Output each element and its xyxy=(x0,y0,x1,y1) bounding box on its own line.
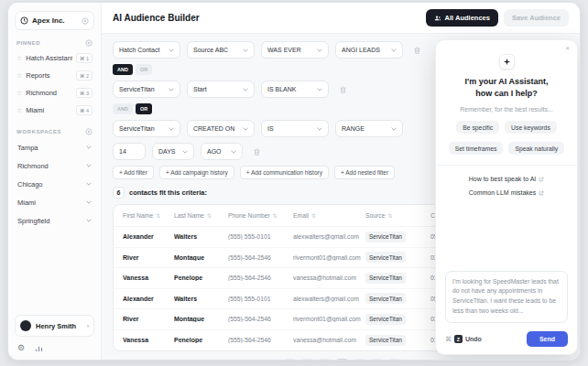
filter-select[interactable]: WAS EVER xyxy=(261,41,329,59)
column-header[interactable]: Phone Number ⇅ xyxy=(228,212,293,219)
shortcut-badge: ⌘ 4 xyxy=(76,105,93,115)
tip-chips-row-1: Be specificUse keywords xyxy=(445,121,568,134)
help-link[interactable]: Common LLM mistakes xyxy=(469,189,545,196)
column-header[interactable]: Last Name ⇅ xyxy=(174,212,228,219)
help-links: How to best speak to AI Common LLM mista… xyxy=(445,176,568,196)
sidebar-workspace-item[interactable]: Springfield xyxy=(15,211,94,230)
cell-last-name: Walters xyxy=(174,296,228,302)
delete-filter-button[interactable] xyxy=(409,43,424,58)
star-icon: ☆ xyxy=(16,107,22,113)
filter-select[interactable]: CREATED ON xyxy=(187,120,255,137)
app-window: Apex Inc. PINNED ☆ Hatch Assistant ⌘ 1 ☆… xyxy=(7,2,581,361)
page-button[interactable]: 3 xyxy=(318,359,332,360)
chevron-right-icon: › xyxy=(87,323,89,329)
sidebar-workspace-item[interactable]: Miami xyxy=(15,193,94,211)
sidebar-workspace-item[interactable]: Chicago xyxy=(15,175,94,193)
source-badge: ServiceTitan xyxy=(365,314,406,325)
circle-plus-icon[interactable] xyxy=(82,17,89,25)
all-audiences-button[interactable]: All Audiences xyxy=(426,9,498,27)
assistant-subtitle: Remember, for the best results... xyxy=(445,106,568,113)
gear-icon[interactable]: ⚙ xyxy=(17,344,25,352)
shortcut-badge: ⌘ 3 xyxy=(76,88,93,98)
sort-icon: ⇅ xyxy=(273,212,278,219)
delete-filter-button[interactable] xyxy=(335,82,350,97)
days-value-input[interactable]: 14 xyxy=(113,143,146,160)
chevron-down-icon xyxy=(231,150,236,154)
cell-phone: (555)-564-2546 xyxy=(228,316,293,322)
sidebar-workspace-item[interactable]: Richmond xyxy=(15,156,94,175)
cell-last-name: Montague xyxy=(174,254,228,261)
close-icon[interactable]: × xyxy=(565,45,570,52)
undo-button[interactable]: ⌘ Z Undo xyxy=(445,335,482,343)
filter-select-value: RANGE xyxy=(342,125,365,132)
cell-phone: (555)-564-2546 xyxy=(228,274,293,281)
undo-label: Undo xyxy=(465,336,482,342)
filter-select[interactable]: ServiceTitan xyxy=(113,81,180,98)
sidebar-pinned-item[interactable]: ☆ Hatch Assistant ⌘ 1 xyxy=(15,49,94,67)
sidebar-pinned-item[interactable]: ☆ Reports ⌘ 2 xyxy=(15,67,94,84)
column-header[interactable]: First Name ⇅ xyxy=(123,212,174,219)
workspaces-section-header: WORKSPACES xyxy=(16,128,93,135)
tip-chip[interactable]: Set timeframes xyxy=(449,142,504,155)
filter-select-value: WAS EVER xyxy=(267,47,301,53)
sort-icon: ⇅ xyxy=(388,212,393,219)
clock-logo-icon xyxy=(20,16,28,25)
page-button[interactable]: 16 xyxy=(387,359,401,360)
filter-select[interactable]: Start xyxy=(187,81,255,98)
tip-chip[interactable]: Use keywords xyxy=(505,121,557,134)
cell-first-name: Vanessa xyxy=(123,337,174,343)
tip-chip[interactable]: Speak naturally xyxy=(508,142,564,155)
add-filter-button[interactable]: + Add nested filter xyxy=(334,166,395,179)
source-badge: ServiceTitan xyxy=(365,293,406,304)
and-toggle[interactable]: AND xyxy=(113,103,133,114)
add-filter-button[interactable]: + Add filter xyxy=(113,166,154,179)
page-button[interactable]: 4 xyxy=(335,359,349,360)
assistant-title-line1: I'm your AI Assistant, xyxy=(445,76,568,88)
or-toggle[interactable]: OR xyxy=(136,64,152,75)
unit-select[interactable]: DAYS xyxy=(152,143,194,160)
add-workspace-icon[interactable] xyxy=(85,128,93,135)
avatar xyxy=(20,320,31,331)
page-button[interactable]: 5 xyxy=(353,359,366,360)
filter-select[interactable]: ANGI LEADS xyxy=(335,41,403,59)
sidebar-pinned-item[interactable]: ☆ Miami ⌘ 4 xyxy=(15,102,94,119)
bar-chart-icon[interactable] xyxy=(35,345,43,352)
or-toggle[interactable]: OR xyxy=(136,103,152,114)
topbar-actions: All Audiences Save Audience xyxy=(426,9,569,27)
assistant-prompt-input[interactable]: I'm looking for SpeedMaster leads that d… xyxy=(445,271,568,324)
column-header[interactable]: Source ⇅ xyxy=(365,212,430,219)
column-header[interactable]: Email ⇅ xyxy=(293,212,365,219)
add-filter-button[interactable]: + Add campaign history xyxy=(159,166,234,179)
filter-select[interactable]: Hatch Contact xyxy=(113,41,180,59)
page-button[interactable]: 1 xyxy=(283,359,297,360)
filter-select[interactable]: Source ABC xyxy=(187,41,255,59)
help-link[interactable]: How to best speak to AI xyxy=(469,176,545,182)
filter-select-value: Hatch Contact xyxy=(119,47,159,53)
filter-select[interactable]: IS xyxy=(261,120,329,137)
page-button[interactable]: … xyxy=(370,359,384,360)
sidebar-workspace-item[interactable]: Tampa xyxy=(15,138,94,156)
sidebar-pinned-item[interactable]: ☆ Richmond ⌘ 3 xyxy=(15,84,94,102)
user-menu[interactable]: Henry Smith › xyxy=(15,315,94,337)
ai-assistant-panel: × I'm your AI Assistant, how can I help?… xyxy=(435,39,578,355)
filter-select[interactable]: ServiceTitan xyxy=(113,120,180,137)
save-audience-button[interactable]: Save Audience xyxy=(504,9,569,27)
direction-select[interactable]: AGO xyxy=(201,143,243,160)
filter-select-value: ServiceTitan xyxy=(119,125,155,132)
and-toggle[interactable]: AND xyxy=(113,64,133,75)
filter-select[interactable]: RANGE xyxy=(335,120,403,137)
send-button[interactable]: Send xyxy=(527,331,568,347)
org-switcher[interactable]: Apex Inc. xyxy=(15,11,94,30)
unit-select-value: DAYS xyxy=(158,148,176,155)
add-pinned-icon[interactable] xyxy=(85,39,93,47)
cell-first-name: Vanessa xyxy=(123,274,174,281)
trash-icon xyxy=(339,85,347,94)
command-key-icon: ⌘ xyxy=(445,336,452,342)
filter-select[interactable]: IS BLANK xyxy=(261,81,329,98)
delete-filter-button[interactable] xyxy=(249,145,264,159)
tip-chip[interactable]: Be specific xyxy=(456,121,499,134)
cell-phone: (555)-564-2546 xyxy=(228,337,293,343)
page-title: AI Audience Builder xyxy=(113,13,200,23)
page-button[interactable]: 2 xyxy=(300,359,314,360)
add-filter-button[interactable]: + Add communication history xyxy=(240,166,329,179)
